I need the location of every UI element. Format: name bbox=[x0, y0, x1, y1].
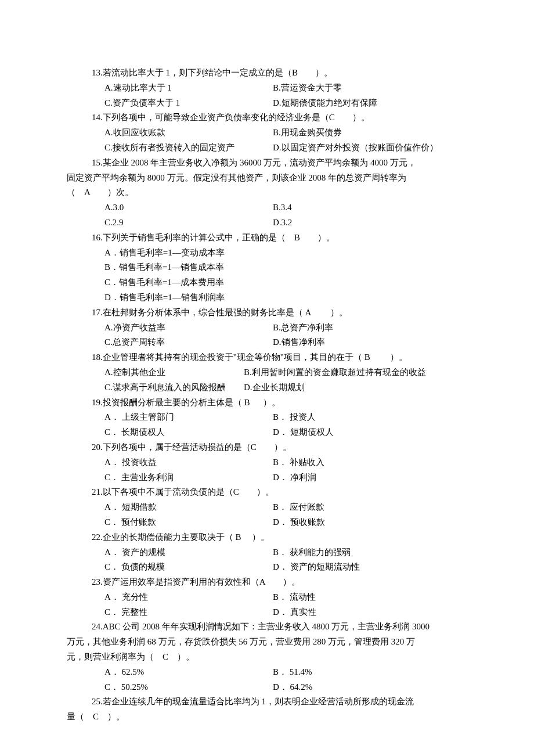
q19-row2: C． 长期债权人 D． 短期债权人 bbox=[104, 425, 467, 440]
q18-opt-a: A.控制其他企业 bbox=[104, 365, 244, 380]
q19-opt-c: C． 长期债权人 bbox=[104, 425, 273, 440]
q19-row1: A． 上级主管部门 B． 投资人 bbox=[104, 410, 467, 425]
q16-stem: 16.下列关于销售毛利率的计算公式中，正确的是（ B ）。 bbox=[92, 231, 467, 246]
document-page: 13.若流动比率大于 1，则下列结论中一定成立的是（B ）。 A.速动比率大于 … bbox=[0, 0, 534, 756]
q22-stem: 22.企业的长期偿债能力主要取决于（ B ）。 bbox=[92, 530, 467, 545]
q18-opt-c: C.谋求高于利息流入的风险报酬 bbox=[104, 380, 244, 395]
q24-stem: 24.ABC 公司 2008 年年实现利润情况如下：主营业务收入 4800 万元… bbox=[92, 620, 467, 635]
q16-opt-c: C．销售毛利率=1—成本费用率 bbox=[104, 275, 467, 290]
q20-opt-d: D． 净利润 bbox=[273, 470, 316, 485]
q17-opt-c: C.总资产周转率 bbox=[104, 335, 273, 350]
q21-row2: C． 预付账款 D． 预收账款 bbox=[104, 515, 467, 530]
q17-opt-d: D.销售净利率 bbox=[273, 335, 325, 350]
q24-opt-b: B． 51.4% bbox=[273, 665, 312, 680]
q15-opt-b: B.3.4 bbox=[273, 200, 292, 215]
q20-opt-c: C． 主营业务利润 bbox=[104, 470, 273, 485]
q21-opt-c: C． 预付账款 bbox=[104, 515, 273, 530]
q14-row2: C.接收所有者投资转入的固定资产 D.以固定资产对外投资（按账面价值作价） bbox=[104, 141, 467, 156]
q24-opt-c: C． 50.25% bbox=[104, 680, 273, 695]
q18-opt-b: B.利用暂时闲置的资金赚取超过持有现金的收益 bbox=[244, 365, 426, 380]
q14-opt-a: A.收回应收账款 bbox=[104, 125, 273, 141]
q23-opt-a: A． 充分性 bbox=[104, 590, 273, 605]
q14-stem: 14.下列各项中，可能导致企业资产负债率变化的经济业务是（C ）。 bbox=[92, 110, 467, 125]
q20-opt-a: A． 投资收益 bbox=[104, 455, 273, 470]
q19-opt-b: B． 投资人 bbox=[273, 410, 316, 425]
q24-opt-a: A． 62.5% bbox=[104, 665, 273, 680]
q15-opt-d: D.3.2 bbox=[273, 215, 292, 231]
q13-opt-b: B.营运资金大于零 bbox=[273, 81, 342, 96]
q16-opt-a: A．销售毛利率=1—变动成本率 bbox=[104, 246, 467, 261]
q15-opt-c: C.2.9 bbox=[104, 215, 273, 231]
q20-opt-b: B． 补贴收入 bbox=[273, 455, 324, 470]
q15-opt-a: A.3.0 bbox=[104, 200, 273, 215]
q20-row2: C． 主营业务利润 D． 净利润 bbox=[104, 470, 467, 485]
q19-stem: 19.投资报酬分析最主要的分析主体是（ B ）。 bbox=[92, 395, 467, 411]
q13-stem: 13.若流动比率大于 1，则下列结论中一定成立的是（B ）。 bbox=[92, 66, 467, 81]
q16-opt-b: B．销售毛利率=1—销售成本率 bbox=[104, 260, 467, 275]
q25-stem: 25.若企业连续几年的现金流量适合比率均为 1，则表明企业经营活动所形成的现金流 bbox=[92, 694, 467, 710]
q21-row1: A． 短期借款 B． 应付账款 bbox=[104, 500, 467, 515]
q21-opt-a: A． 短期借款 bbox=[104, 500, 273, 515]
q24-cont: 万元，其他业务利润 68 万元，存货跌价损失 56 万元，营业费用 280 万元… bbox=[67, 635, 467, 665]
q23-opt-b: B． 流动性 bbox=[273, 590, 316, 605]
q22-opt-a: A． 资产的规模 bbox=[104, 545, 273, 560]
q22-row2: C． 负债的规模 D． 资产的短期流动性 bbox=[104, 560, 467, 575]
q18-row1: A.控制其他企业 B.利用暂时闲置的资金赚取超过持有现金的收益 bbox=[104, 365, 467, 380]
q20-row1: A． 投资收益 B． 补贴收入 bbox=[104, 455, 467, 470]
q23-opt-c: C． 完整性 bbox=[104, 605, 273, 620]
q17-stem: 17.在杜邦财务分析体系中，综合性最强的财务比率是（ A ）。 bbox=[92, 305, 467, 321]
q18-opt-d: D.企业长期规划 bbox=[244, 380, 305, 395]
q23-opt-d: D． 真实性 bbox=[273, 605, 316, 620]
q24-row1: A． 62.5% B． 51.4% bbox=[104, 665, 467, 680]
q18-stem: 18.企业管理者将其持有的现金投资于"现金等价物"项目，其目的在于（ B ）。 bbox=[92, 350, 467, 365]
q23-row2: C． 完整性 D． 真实性 bbox=[104, 605, 467, 620]
q17-opt-b: B.总资产净利率 bbox=[273, 321, 333, 336]
q14-opt-d: D.以固定资产对外投资（按账面价值作价） bbox=[273, 141, 438, 156]
q22-opt-c: C． 负债的规模 bbox=[104, 560, 273, 575]
q20-stem: 20.下列各项中，属于经营活动损益的是（C ）。 bbox=[92, 440, 467, 455]
q15-cont: 固定资产平均余额为 8000 万元。假定没有其他资产，则该企业 2008 年的总… bbox=[67, 171, 467, 201]
q23-row1: A． 充分性 B． 流动性 bbox=[104, 590, 467, 605]
q21-opt-b: B． 应付账款 bbox=[273, 500, 324, 515]
q13-opt-c: C.资产负债率大于 1 bbox=[104, 96, 273, 111]
q13-row2: C.资产负债率大于 1 D.短期偿债能力绝对有保障 bbox=[104, 96, 467, 111]
q14-opt-c: C.接收所有者投资转入的固定资产 bbox=[104, 141, 273, 156]
q24-opt-d: D． 64.2% bbox=[273, 680, 312, 695]
q17-row1: A.净资产收益率 B.总资产净利率 bbox=[104, 321, 467, 336]
q14-row1: A.收回应收账款 B.用现金购买债券 bbox=[104, 125, 467, 141]
q21-stem: 21.以下各项中不属于流动负债的是（C ）。 bbox=[92, 485, 467, 500]
q22-opt-b: B． 获利能力的强弱 bbox=[273, 545, 351, 560]
q19-opt-a: A． 上级主管部门 bbox=[104, 410, 273, 425]
q22-row1: A． 资产的规模 B． 获利能力的强弱 bbox=[104, 545, 467, 560]
q15-row2: C.2.9 D.3.2 bbox=[104, 215, 467, 231]
q15-row1: A.3.0 B.3.4 bbox=[104, 200, 467, 215]
q25-cont: 量（ C ）。 bbox=[67, 710, 467, 725]
q15-stem: 15.某企业 2008 年主营业务收入净额为 36000 万元，流动资产平均余额… bbox=[92, 156, 467, 171]
q21-opt-d: D． 预收账款 bbox=[273, 515, 325, 530]
q22-opt-d: D． 资产的短期流动性 bbox=[273, 560, 360, 575]
q14-opt-b: B.用现金购买债券 bbox=[273, 125, 342, 141]
q13-opt-d: D.短期偿债能力绝对有保障 bbox=[273, 96, 377, 111]
q17-row2: C.总资产周转率 D.销售净利率 bbox=[104, 335, 467, 350]
q17-opt-a: A.净资产收益率 bbox=[104, 321, 273, 336]
q18-row2: C.谋求高于利息流入的风险报酬 D.企业长期规划 bbox=[104, 380, 467, 395]
q16-opt-d: D．销售毛利率=1—销售利润率 bbox=[104, 290, 467, 305]
q24-row2: C． 50.25% D． 64.2% bbox=[104, 680, 467, 695]
q13-opt-a: A.速动比率大于 1 bbox=[104, 81, 273, 96]
q23-stem: 23.资产运用效率是指资产利用的有效性和（A ）。 bbox=[92, 575, 467, 590]
q13-row1: A.速动比率大于 1 B.营运资金大于零 bbox=[104, 81, 467, 96]
q19-opt-d: D． 短期债权人 bbox=[273, 425, 334, 440]
